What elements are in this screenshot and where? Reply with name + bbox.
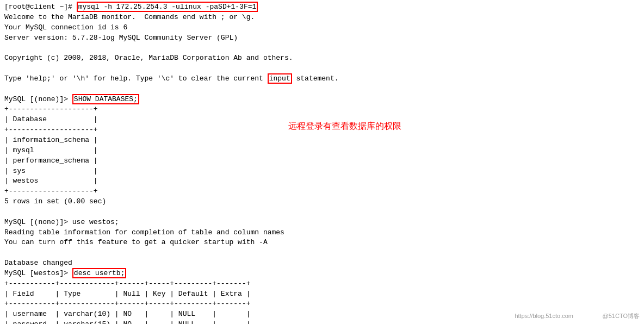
line-type-help: Type 'help;' or '\h' for help. Type '\c'… (4, 74, 640, 84)
command-highlight: mysql -h 172.25.254.3 -ulinux -paSD+1-3F… (77, 2, 258, 12)
line-copyright: Copyright (c) 2000, 2018, Oracle, MariaD… (4, 53, 640, 64)
line-reading-table: Reading table information for completion… (4, 228, 640, 238)
line-turn-off: You can turn off this feature to get a q… (4, 238, 640, 248)
watermark-url: https://blog.51cto.com (515, 312, 573, 321)
line-empty4 (4, 207, 640, 217)
line-rows-1: 5 rows in set (0.00 sec) (4, 197, 640, 207)
annotation-text: 远程登录有查看数据库的权限 (288, 120, 401, 132)
line-table-top: +--------------------+ (4, 104, 640, 115)
line-empty3 (4, 84, 640, 95)
prompt-prefix: [root@client ~]# (4, 3, 72, 11)
line-welcome3: Server version: 5.7.28-log MySQL Communi… (4, 33, 640, 43)
line-desc-top: +-----------+-------------+------+-----+… (4, 279, 640, 289)
line-db-info-schema: | information_schema | (4, 135, 640, 146)
line-empty5 (4, 248, 640, 258)
line-use-westos: MySQL [(none)]> use westos; (4, 217, 640, 228)
line-welcome1: Welcome to the MariaDB monitor. Commands… (4, 13, 640, 23)
line-empty1 (4, 43, 640, 53)
line-empty2 (4, 64, 640, 74)
terminal: [root@client ~]# mysql -h 172.25.254.3 -… (0, 0, 644, 324)
line-desc-usertb: MySQL [westos]> desc usertb; (4, 269, 640, 279)
line-desc-sep: +-----------+-------------+------+-----+… (4, 299, 640, 309)
show-databases-highlight: SHOW DATABASES; (72, 94, 139, 104)
line-desc-header: | Field | Type | Null | Key | Default | … (4, 289, 640, 300)
line-db-sys: | sys | (4, 166, 640, 177)
line-db-changed: Database changed (4, 258, 640, 269)
input-highlight: input (268, 73, 292, 84)
line-db-perf-schema: | performance_schema | (4, 156, 640, 166)
watermark-site: @51CTO博客 (603, 312, 640, 321)
line-db-westos: | westos | (4, 176, 640, 186)
desc-usertb-highlight: desc usertb; (72, 268, 127, 278)
line-show-databases: MySQL [(none)]> SHOW DATABASES; (4, 95, 640, 105)
line-db-mysql: | mysql | (4, 146, 640, 156)
line-table-bottom: +--------------------+ (4, 186, 640, 197)
line-welcome2: Your MySQL connection id is 6 (4, 23, 640, 33)
line-command: [root@client ~]# mysql -h 172.25.254.3 -… (4, 2, 640, 13)
